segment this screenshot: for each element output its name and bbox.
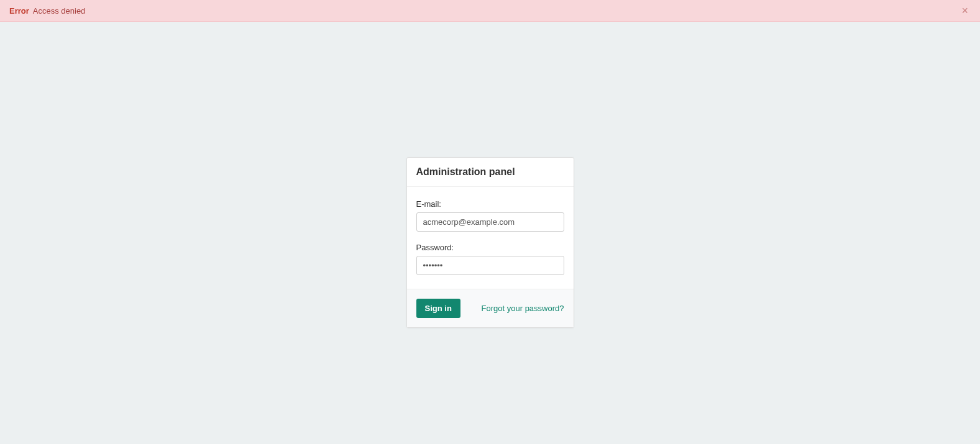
password-label: Password: xyxy=(416,243,564,252)
email-field[interactable] xyxy=(416,212,564,232)
panel-title: Administration panel xyxy=(416,166,564,178)
email-group: E-mail: xyxy=(416,199,564,232)
email-label: E-mail: xyxy=(416,199,564,209)
password-field[interactable] xyxy=(416,256,564,275)
signin-button[interactable]: Sign in xyxy=(416,299,460,318)
alert-content: Error Access denied xyxy=(9,6,85,16)
forgot-password-link[interactable]: Forgot your password? xyxy=(482,304,564,313)
login-panel: Administration panel E-mail: Password: S… xyxy=(406,157,574,328)
alert-title: Error xyxy=(9,6,29,16)
close-icon[interactable]: × xyxy=(959,5,971,16)
alert-message: Access denied xyxy=(33,6,86,16)
error-alert: Error Access denied × xyxy=(0,0,980,22)
panel-body: E-mail: Password: xyxy=(407,187,574,289)
password-group: Password: xyxy=(416,243,564,275)
panel-footer: Sign in Forgot your password? xyxy=(407,289,574,327)
panel-header: Administration panel xyxy=(407,158,574,187)
